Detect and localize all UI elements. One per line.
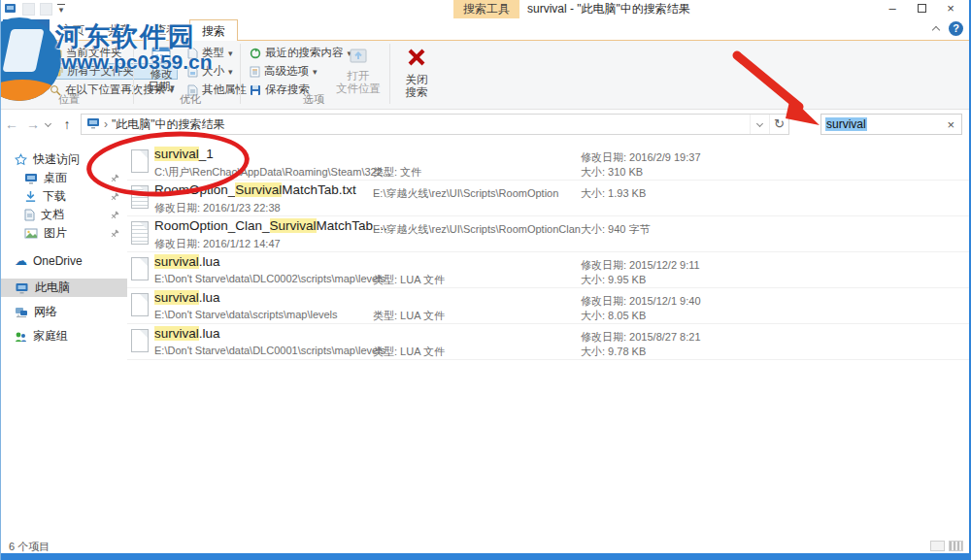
close-button[interactable]: × [936, 0, 965, 18]
text-file-icon [131, 185, 149, 209]
file-type: 类型: LUA 文件 [373, 309, 445, 323]
minimize-button[interactable]: – [878, 0, 907, 18]
sidebar-item-quick-access[interactable]: 快速访问 [1, 150, 127, 169]
file-name[interactable]: RoomOption_SurvivalMatchTab.txt [154, 182, 356, 197]
pin-icon [110, 228, 119, 242]
file-path: E:\Don't Starve\data\DLC0001\scripts\map… [154, 345, 385, 356]
minimize-ribbon-icon[interactable] [932, 26, 940, 34]
qat-properties-icon[interactable] [22, 3, 35, 16]
sidebar-item-network[interactable]: 网络 [1, 303, 127, 321]
search-input[interactable]: survival × [820, 114, 962, 135]
file-row-4[interactable]: survival.lua E:\Don't Starve\data\DLC000… [127, 252, 969, 288]
file-name[interactable]: survival.lua [154, 290, 220, 305]
refresh-icon[interactable]: ↻ [769, 115, 788, 134]
file-type: 类型: 文件 [373, 165, 421, 180]
address-location-icon [86, 117, 100, 132]
file-size: 大小: 9.95 KB [581, 273, 646, 287]
file-date: 修改日期: 2015/12/1 9:40 [581, 294, 701, 309]
explorer-window: ▾ 搜索工具 survival - "此电脑"中的搜索结果 – × 文件 主页 … [0, 0, 971, 560]
file-name[interactable]: RoomOption_Clan_SurvivalMatchTab.... [154, 218, 387, 233]
file-icon [131, 257, 149, 280]
file-icon [131, 293, 149, 316]
this-pc-scope-button[interactable]: 此电脑 [5, 45, 50, 93]
file-type: 类型: LUA 文件 [373, 345, 445, 359]
file-date: 修改日期: 2016/1/12 14:47 [154, 237, 281, 251]
explorer-logo-icon[interactable] [4, 2, 17, 16]
address-bar[interactable]: › "此电脑"中的搜索结果 ↻ [81, 114, 789, 135]
back-icon[interactable]: ← [1, 116, 22, 132]
recent-locations-icon[interactable] [45, 119, 51, 126]
thumbnail-view-icon[interactable] [949, 541, 963, 551]
address-dropdown-icon[interactable] [750, 115, 769, 134]
file-name[interactable]: survival.lua [154, 254, 220, 269]
file-row-5[interactable]: survival.lua E:\Don't Starve\data\script… [127, 288, 969, 324]
folder-icon [50, 48, 62, 58]
tab-home[interactable]: 主页 [50, 19, 96, 41]
search-highlight: Survival [270, 218, 317, 233]
search-highlight: Survival [235, 182, 282, 197]
up-icon[interactable]: ↑ [56, 116, 78, 132]
breadcrumb[interactable]: "此电脑"中的搜索结果 [112, 116, 225, 133]
file-path: E:\Don't Starve\data\DLC0002\scripts\map… [154, 273, 385, 284]
ribbon: 此电脑 当前文件夹 所有子文件夹 在以下位置再次搜索 ▾ 位置 修改 [1, 41, 969, 110]
file-date: 修改日期: 2015/12/2 9:11 [581, 258, 700, 273]
star-icon [15, 153, 27, 166]
recent-searches-icon [250, 48, 261, 59]
location-group-label: 位置 [20, 92, 117, 107]
window-title: survival - "此电脑"中的搜索结果 [527, 0, 690, 18]
dropdown-icon: ▾ [228, 67, 233, 77]
sidebar-item-homegroup[interactable]: 家庭组 [1, 327, 127, 346]
this-pc-icon [15, 282, 29, 294]
close-search-button[interactable]: 关闭 搜索 [395, 45, 438, 99]
file-path: E:\穿越火线\rez\UI\Scripts\RoomOption [373, 186, 558, 201]
file-row-2[interactable]: RoomOption_SurvivalMatchTab.txt E:\穿越火线\… [127, 181, 969, 216]
sidebar-item-downloads[interactable]: 下载 [1, 187, 127, 206]
file-row-6[interactable]: survival.lua E:\Don't Starve\data\DLC000… [127, 324, 969, 360]
file-name[interactable]: survival_1 [154, 147, 214, 161]
refine-group-label: 优化 [137, 92, 244, 107]
file-row-1[interactable]: survival_1 C:\用户\RenChao\AppData\Roaming… [127, 145, 969, 181]
search-value[interactable]: survival [825, 117, 867, 131]
sidebar-item-documents[interactable]: 文档 [1, 206, 127, 224]
file-date: 修改日期: 2016/2/9 19:37 [581, 150, 701, 165]
sidebar-item-desktop[interactable]: 桌面 [1, 169, 127, 187]
forward-icon[interactable]: → [22, 116, 44, 132]
tab-share[interactable]: 共享 [96, 19, 143, 41]
sidebar-item-this-pc[interactable]: 此电脑 [1, 279, 127, 297]
navigation-bar: ← → ↑ › "此电脑"中的搜索结果 ↻ survival × [1, 110, 969, 139]
file-date: 修改日期: 2015/8/27 8:21 [581, 330, 701, 345]
sidebar-item-onedrive[interactable]: ☁ OneDrive [1, 251, 127, 270]
tab-view[interactable]: 查看 [143, 19, 189, 41]
sidebar-item-pictures[interactable]: 图片 [1, 224, 127, 243]
details-view-icon[interactable] [930, 541, 945, 551]
network-icon [15, 307, 28, 318]
window-controls: – × [878, 0, 965, 18]
computer-icon [5, 46, 50, 66]
help-icon[interactable]: ? [949, 21, 963, 36]
subfolders-icon [50, 66, 63, 77]
pin-icon [110, 210, 119, 223]
file-size: 大小: 940 字节 [581, 222, 651, 237]
cloud-icon: ☁ [15, 256, 27, 266]
file-icon [131, 149, 149, 173]
file-row-3[interactable]: RoomOption_Clan_SurvivalMatchTab.... E:\… [127, 216, 969, 252]
search-highlight: survival [154, 326, 199, 341]
clear-search-icon[interactable]: × [944, 117, 957, 132]
tab-search[interactable]: 搜索 [189, 19, 238, 41]
download-icon [24, 190, 37, 203]
open-file-location-button[interactable]: 打开 文件位置 [333, 45, 384, 95]
maximize-button[interactable] [907, 0, 936, 18]
file-type: 类型: LUA 文件 [373, 273, 445, 287]
tab-file[interactable]: 文件 [3, 19, 50, 41]
date-modified-button[interactable]: 修改 日期▾ [139, 45, 184, 94]
file-name[interactable]: survival.lua [154, 326, 220, 341]
file-date: 修改日期: 2016/1/23 22:38 [154, 201, 281, 215]
dropdown-icon: ▾ [228, 49, 233, 58]
qat-customize-icon[interactable]: ▾ [57, 4, 65, 14]
desktop-icon [24, 173, 38, 184]
qat-new-folder-icon[interactable] [40, 3, 52, 16]
search-highlight: survival [154, 254, 199, 269]
search-highlight: survival [154, 290, 199, 305]
file-path: E:\Don't Starve\data\scripts\map\levels [154, 309, 338, 320]
file-icon [131, 329, 149, 352]
